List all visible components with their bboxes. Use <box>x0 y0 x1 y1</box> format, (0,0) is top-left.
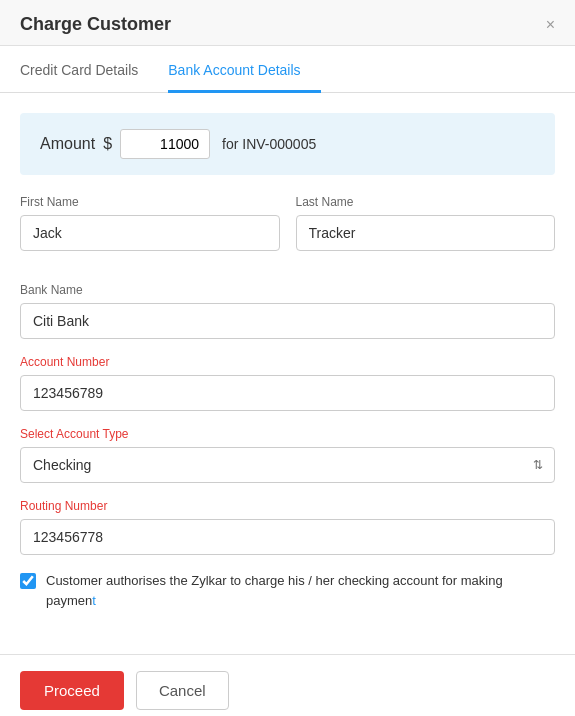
last-name-label: Last Name <box>296 195 556 209</box>
account-type-label: Select Account Type <box>20 427 555 441</box>
proceed-button[interactable]: Proceed <box>20 671 124 710</box>
bank-name-label: Bank Name <box>20 283 555 297</box>
bank-name-group: Bank Name <box>20 283 555 339</box>
account-number-label: Account Number <box>20 355 555 369</box>
cancel-button[interactable]: Cancel <box>136 671 229 710</box>
amount-for-text: for INV-000005 <box>222 136 316 152</box>
amount-currency: $ <box>103 135 112 153</box>
last-name-group: Last Name <box>296 195 556 251</box>
amount-input[interactable] <box>120 129 210 159</box>
routing-number-group: Routing Number <box>20 499 555 555</box>
routing-number-label: Routing Number <box>20 499 555 513</box>
first-name-label: First Name <box>20 195 280 209</box>
amount-label: Amount <box>40 135 95 153</box>
tab-credit-card[interactable]: Credit Card Details <box>20 46 158 93</box>
first-name-group: First Name <box>20 195 280 251</box>
modal-container: Charge Customer × Credit Card Details Ba… <box>0 0 575 716</box>
tabs-container: Credit Card Details Bank Account Details <box>0 46 575 93</box>
authorization-section: Customer authorises the Zylkar to charge… <box>20 571 555 610</box>
first-name-input[interactable] <box>20 215 280 251</box>
account-type-group: Select Account Type Checking Savings ⇅ <box>20 427 555 483</box>
tab-bank-account[interactable]: Bank Account Details <box>168 46 320 93</box>
account-type-select[interactable]: Checking Savings <box>20 447 555 483</box>
close-icon[interactable]: × <box>546 17 555 33</box>
modal-footer: Proceed Cancel <box>0 654 575 716</box>
authorization-checkbox[interactable] <box>20 573 36 589</box>
routing-number-input[interactable] <box>20 519 555 555</box>
modal-body: Amount $ for INV-000005 First Name Last … <box>0 93 575 654</box>
account-number-input[interactable] <box>20 375 555 411</box>
bank-name-input[interactable] <box>20 303 555 339</box>
authorization-label: Customer authorises the Zylkar to charge… <box>46 571 555 610</box>
authorization-link[interactable]: t <box>92 593 96 608</box>
name-row: First Name Last Name <box>20 195 555 267</box>
account-number-group: Account Number <box>20 355 555 411</box>
last-name-input[interactable] <box>296 215 556 251</box>
modal-title: Charge Customer <box>20 14 171 35</box>
modal-header: Charge Customer × <box>0 0 575 46</box>
account-type-wrapper: Checking Savings ⇅ <box>20 447 555 483</box>
amount-section: Amount $ for INV-000005 <box>20 113 555 175</box>
